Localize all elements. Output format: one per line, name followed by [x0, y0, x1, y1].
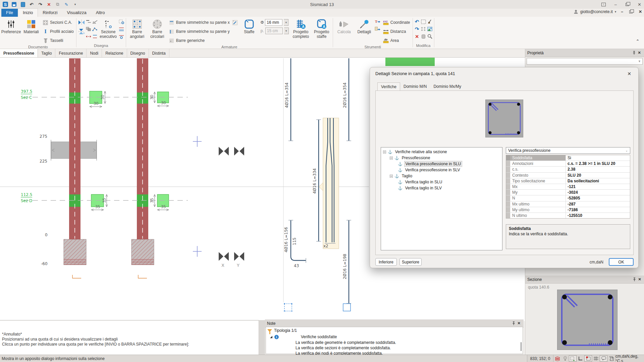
- viewtab-disegno[interactable]: Disegno: [127, 49, 149, 57]
- pin-icon[interactable]: [631, 50, 637, 56]
- tree-item-presso-slv[interactable]: ⚓Verifica pressoflessione in SLV: [381, 167, 502, 173]
- property-row[interactable]: My-3024: [506, 190, 630, 195]
- property-row[interactable]: c.s.2.38: [506, 167, 630, 172]
- barre-simmetriche-x-button[interactable]: Barre simmetriche su parete x: [168, 19, 231, 26]
- ortho-icon[interactable]: [577, 355, 584, 362]
- slope-tool-button[interactable]: [92, 19, 98, 24]
- panel-splitter[interactable]: [259, 320, 265, 355]
- copy-button[interactable]: ⧉: [55, 2, 60, 7]
- detail-view-button[interactable]: [119, 19, 124, 24]
- properties-object-select[interactable]: ▼: [527, 58, 643, 65]
- barre-generiche-button[interactable]: Barre generiche: [168, 37, 238, 44]
- sezioni-ca-button[interactable]: Sezioni C.A.: [42, 19, 75, 26]
- sezione-esecutivo-button[interactable]: Sezione esecutivo: [99, 18, 118, 40]
- close-panel-icon[interactable]: ✕: [637, 50, 642, 56]
- qat-customize-dropdown[interactable]: ▾: [72, 2, 78, 7]
- property-row[interactable]: ContestoSLU 20: [506, 173, 630, 178]
- app-logo-icon[interactable]: S: [3, 2, 8, 7]
- paste-button[interactable]: [421, 34, 426, 39]
- dialog-tab-dominio-mxmy[interactable]: Dominio Mx/My: [430, 82, 465, 90]
- preferenze-button[interactable]: Preferenze: [1, 18, 21, 35]
- selection-mode-icon[interactable]: [569, 355, 577, 362]
- dialog-tab-dominio-mn[interactable]: Dominio M/N: [400, 82, 430, 90]
- pin-icon[interactable]: [511, 321, 516, 326]
- viewtab-pressoflessione[interactable]: Pressoflessione: [0, 49, 38, 57]
- dialog-tab-verifiche[interactable]: Verifiche: [377, 82, 400, 90]
- close-button[interactable]: ✕: [638, 2, 641, 7]
- broom-button[interactable]: [427, 19, 433, 24]
- barre-circolari-button[interactable]: Barre circolari: [148, 18, 167, 40]
- tree-expander-icon[interactable]: [270, 336, 272, 338]
- tree-item-taglio-slv[interactable]: ⚓Verifica taglio in SLV: [381, 185, 502, 191]
- verification-type-select[interactable]: Verifica pressoflessione⌄: [506, 147, 630, 154]
- note-filter-row[interactable]: Tipologia 1/1: [266, 327, 523, 334]
- zoom-search-button[interactable]: [427, 34, 433, 39]
- tasselli-button[interactable]: Tasselli: [42, 37, 75, 44]
- progetto-completo-button[interactable]: A Progetto completo: [290, 18, 311, 40]
- account-chip[interactable]: giotto@concrete.it ▾: [574, 9, 616, 14]
- undo-button[interactable]: ↶: [29, 2, 34, 7]
- pin-icon[interactable]: [632, 277, 637, 282]
- note-group-row[interactable]: i Verifiche soddisfatte: [266, 334, 523, 340]
- pen-button[interactable]: ✎: [64, 2, 69, 7]
- superiore-button[interactable]: Superiore: [399, 258, 422, 266]
- collapse-icon[interactable]: [383, 150, 386, 154]
- property-row[interactable]: N-52805: [506, 195, 630, 201]
- edit-bars-button[interactable]: [232, 20, 238, 25]
- progetto-staffe-button[interactable]: A Progetto staffe: [312, 18, 331, 40]
- open-button[interactable]: [20, 2, 25, 7]
- bar-diameter-dropdown-icon[interactable]: ▼: [284, 19, 288, 26]
- layers-icon[interactable]: [553, 355, 561, 362]
- stretch-button[interactable]: [86, 34, 92, 39]
- command-line-panel[interactable]: *Annullato* Posizionarsi ad una quota di…: [0, 320, 259, 355]
- collapse-icon[interactable]: [390, 175, 393, 178]
- staffe-button[interactable]: Staffe: [239, 18, 259, 35]
- restore-button[interactable]: [626, 3, 629, 6]
- offset-lines-button[interactable]: [86, 19, 92, 24]
- app-minimize-button[interactable]: –: [621, 9, 623, 14]
- property-row[interactable]: Mx ultimo-287: [506, 201, 630, 207]
- tab-rinforzi[interactable]: Rinforzi: [38, 9, 62, 17]
- grips-button[interactable]: [421, 26, 426, 32]
- polyline-edit-button[interactable]: [92, 26, 98, 32]
- coordinate-button[interactable]: XYZ Coordinate: [382, 19, 411, 26]
- viewtab-taglio[interactable]: Taglio: [38, 49, 55, 57]
- tooltip-icon[interactable]: [600, 355, 607, 362]
- snap-icon[interactable]: [584, 355, 592, 362]
- tree-item-pressoflessione[interactable]: ⚓Pressoflessione: [381, 155, 502, 161]
- app-restore-button[interactable]: [629, 10, 633, 13]
- dettagli-button[interactable]: Dettagli: [355, 18, 374, 35]
- close-panel-icon[interactable]: ✕: [637, 277, 642, 282]
- ribbon-collapse-button[interactable]: ⌃: [636, 39, 639, 44]
- cancel-button[interactable]: ✕: [46, 2, 52, 7]
- export-page-button[interactable]: [375, 26, 380, 32]
- barre-angolari-button[interactable]: Barre angolari: [127, 18, 147, 40]
- tree-item-root[interactable]: ⚓Verifiche relative alla sezione: [381, 149, 502, 155]
- edit-undo-button[interactable]: ↶: [414, 19, 420, 24]
- mirror-y-button[interactable]: [78, 28, 85, 35]
- calcola-button[interactable]: Calcola: [334, 18, 354, 35]
- measure-edit-button[interactable]: [92, 34, 98, 39]
- ok-button[interactable]: OK: [609, 258, 634, 266]
- stirrup-pitch-select[interactable]: 15 cm: [265, 27, 283, 34]
- tab-altro[interactable]: Altro: [91, 9, 110, 17]
- tab-visualizza[interactable]: Visualizza: [62, 9, 91, 17]
- dimension-o-button[interactable]: [119, 34, 124, 39]
- redo-button[interactable]: ↷: [38, 2, 43, 7]
- area-button[interactable]: Area: [382, 37, 411, 44]
- close-panel-icon[interactable]: ✕: [516, 321, 522, 326]
- inferiore-button[interactable]: Inferiore: [375, 258, 397, 266]
- tree-item-presso-slu[interactable]: ⚓Verifica pressoflessione in SLU: [381, 161, 502, 167]
- lightbulb-icon[interactable]: [561, 355, 569, 362]
- edit-redo-button[interactable]: ↷: [414, 26, 420, 32]
- dimension-x-button[interactable]: [119, 26, 124, 32]
- export-text-button[interactable]: T: [375, 19, 380, 24]
- distanza-button[interactable]: Distanza: [382, 28, 411, 35]
- tab-inizio[interactable]: Inizio: [18, 8, 38, 17]
- minimize-button[interactable]: –: [614, 2, 617, 7]
- grid-icon[interactable]: [592, 355, 600, 362]
- save-button[interactable]: [11, 2, 17, 7]
- stirrup-pitch-dropdown-icon[interactable]: ▼: [284, 27, 289, 34]
- property-row[interactable]: Mx-121: [506, 184, 630, 190]
- copy-shapes-button[interactable]: [86, 26, 92, 32]
